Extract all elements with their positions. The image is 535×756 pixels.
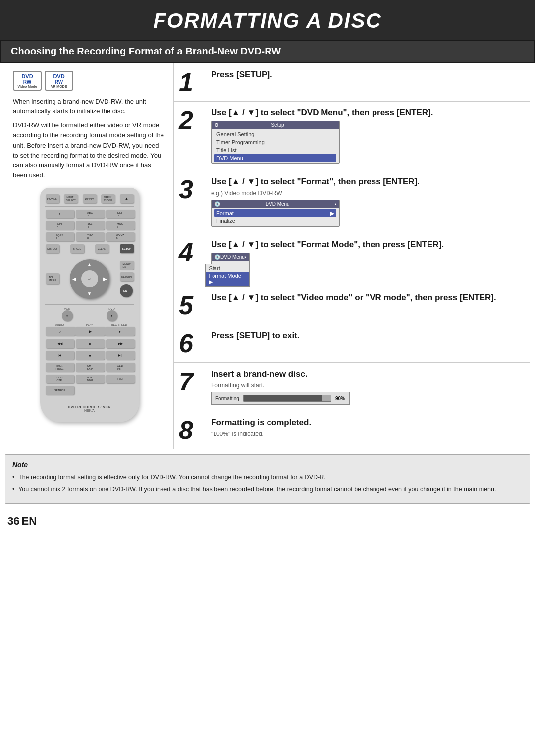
step-8-subtitle: "100%" is indicated.	[211, 431, 522, 437]
step-3-screen-titlebar: 💿 DVD Menu ▪	[212, 200, 339, 208]
clear-button[interactable]: CLEAR	[95, 244, 109, 253]
step-6-content: Press [SETUP] to exit.	[211, 330, 522, 344]
eject-icon[interactable]: ▲	[120, 194, 134, 203]
stop-button[interactable]: ■	[76, 351, 105, 360]
num2-button[interactable]: ABC2	[76, 210, 105, 218]
skip-fwd-button[interactable]: ▶|	[106, 351, 135, 360]
vcr-button[interactable]: ●	[62, 310, 73, 321]
power-button[interactable]: POWER	[46, 194, 59, 203]
misc-grid-2: REC/OTR DUB-BING T-SET SEARCH	[45, 374, 134, 395]
step-8: 8 Formatting is completed. "100%" is ind…	[174, 411, 530, 449]
remote-numpad: 1 ABC2 DEF3 GHI4 JKL5 MNO6 PQRS7 TUV8 WX…	[45, 209, 134, 242]
menu-list-button[interactable]: MENU/LIST	[120, 261, 134, 270]
menu-title-list: Title List	[214, 146, 336, 154]
dubbing-button[interactable]: DUB-BING	[76, 375, 105, 383]
dpad-up-icon[interactable]: ▲	[87, 262, 92, 267]
step-3-screen-body: Format ▶ Finalize	[212, 208, 339, 226]
step-2-screen: ⚙ Setup General Setting Timer Programmin…	[211, 121, 340, 164]
remote-top-row: POWER INPUTSELECT DTV/TV OPEN/CLOSE ▲	[45, 194, 134, 204]
step-6-number: 6	[179, 330, 206, 356]
input-select-button[interactable]: INPUTSELECT	[64, 194, 78, 203]
rec-otr-button[interactable]: REC/OTR	[46, 375, 74, 383]
rewind-button[interactable]: ◀◀	[46, 339, 74, 348]
step-2-screen-title: Setup	[271, 122, 284, 128]
step-2-screen-titlebar: ⚙ Setup	[212, 121, 339, 129]
step-3-title: Use [▲ / ▼] to select "Format", then pre…	[211, 176, 522, 187]
step-3: 3 Use [▲ / ▼] to select "Format", then p…	[174, 170, 530, 233]
num3-button[interactable]: DEF3	[106, 210, 135, 218]
step-7-progress-screen: Formatting 90%	[211, 392, 350, 405]
dpad-left-icon[interactable]: ◀	[72, 276, 76, 282]
step-2-content: Use [▲ / ▼] to select "DVD Menu", then p…	[211, 108, 522, 164]
menu-dvd-menu: DVD Menu	[214, 154, 336, 162]
progress-bar-inner	[244, 395, 322, 401]
step-5: 5 Use [▲ / ▼] to select "Video mode" or …	[174, 286, 530, 324]
fastfwd-button[interactable]: ▶▶	[106, 339, 135, 348]
step-8-number: 8	[179, 417, 206, 443]
enter-button[interactable]: ENT	[120, 284, 133, 297]
x1-button[interactable]: X1.1/0.8	[106, 363, 135, 372]
space-button[interactable]: SPACE	[70, 244, 84, 253]
section-title: Choosing the Recording Format of a Brand…	[11, 46, 524, 57]
note-item-1: The recording format setting is effectiv…	[12, 473, 523, 482]
step-1-number: 1	[179, 69, 206, 95]
display-button[interactable]: DISPLAY	[46, 244, 59, 253]
step-1: 1 Press [SETUP].	[174, 63, 530, 102]
progress-percent: 90%	[335, 396, 345, 401]
skip-back-button[interactable]: |◀	[46, 351, 74, 360]
step-5-title: Use [▲ / ▼] to select "Video mode" or "V…	[211, 292, 522, 303]
num9-button[interactable]: WXYZ9	[106, 232, 135, 241]
remote-control: POWER INPUTSELECT DTV/TV OPEN/CLOSE ▲ 1 …	[40, 188, 139, 422]
note-item-2: You cannot mix 2 formats on one DVD-RW. …	[12, 485, 523, 494]
vcr-dvd-row: VCR ● DVD ●	[45, 307, 134, 321]
step-2-number: 2	[179, 108, 206, 133]
dpad-down-icon[interactable]: ▼	[87, 291, 92, 296]
setup-button[interactable]: SETUP	[120, 244, 134, 253]
page-title: FORMATTING A DISC	[10, 9, 525, 33]
dpad-right-icon[interactable]: ▶	[103, 276, 107, 282]
step-7-title: Insert a brand-new disc.	[211, 369, 522, 379]
note-section: Note The recording format setting is eff…	[5, 454, 530, 504]
format-mode-arrow: ▶	[209, 279, 213, 285]
page-footer: 36 EN	[0, 509, 535, 534]
remote-brand-label: DVD RECORDER / VCR	[45, 405, 134, 409]
play-button[interactable]: ▶	[75, 327, 105, 336]
step-1-title: Press [SETUP].	[211, 69, 522, 80]
dvd-button[interactable]: ●	[107, 310, 117, 321]
open-close-button[interactable]: OPEN/CLOSE	[101, 194, 115, 203]
top-menu-button[interactable]: TOPMENU	[46, 273, 59, 284]
cm-skip-button[interactable]: CMSKIP	[76, 363, 105, 372]
step-4-screen-titlebar: 💿 DVD Menu ▪	[212, 253, 249, 261]
progress-bar-outer	[243, 395, 331, 402]
t-set-button[interactable]: T-SET	[106, 375, 135, 383]
step-1-content: Press [SETUP].	[211, 69, 522, 83]
step-3-subtitle: e.g.) Video mode DVD-RW	[211, 190, 522, 197]
intro-para-1: When inserting a brand-new DVD-RW, the u…	[13, 97, 166, 116]
pause-button[interactable]: ⏸	[76, 339, 105, 348]
audio-button[interactable]: ♪	[46, 327, 75, 336]
num7-button[interactable]: PQRS7	[46, 232, 74, 241]
num6-button[interactable]: MNO6	[106, 221, 135, 230]
return-button[interactable]: RETURN	[120, 272, 134, 281]
step-2-title: Use [▲ / ▼] to select "DVD Menu", then p…	[211, 108, 522, 118]
step-3-content: Use [▲ / ▼] to select "Format", then pre…	[211, 176, 522, 227]
menu-timer-programming: Timer Programming	[214, 138, 336, 146]
remote-illustration: POWER INPUTSELECT DTV/TV OPEN/CLOSE ▲ 1 …	[13, 188, 166, 422]
timer-prog-button[interactable]: TIMERPROG.	[46, 363, 74, 372]
step-4-submenu: Start Format Mode ▶	[205, 264, 250, 287]
page-en: EN	[21, 515, 37, 528]
step-7: 7 Insert a brand-new disc. Formatting wi…	[174, 363, 530, 411]
rec-speed-button[interactable]: ●	[105, 327, 135, 336]
search-button[interactable]: SEARCH	[46, 386, 74, 395]
num8-button[interactable]: TUV8	[76, 232, 105, 241]
step-7-number: 7	[179, 369, 206, 394]
dvd-badge-vr: DVD RW VR MODE	[45, 71, 73, 91]
step-7-content: Insert a brand-new disc. Formatting will…	[211, 369, 522, 405]
dtv-tv-button[interactable]: DTV/TV	[83, 194, 97, 203]
num5-button[interactable]: JKL5	[76, 221, 105, 230]
num1-button[interactable]: 1	[46, 210, 74, 218]
enter-center-button[interactable]: ↵	[81, 270, 98, 287]
num4-button[interactable]: GHI4	[46, 221, 74, 230]
step-2-screen-body: General Setting Timer Programming Title …	[212, 129, 339, 163]
dvd-badges: DVD RW Video Mode DVD RW VR MODE	[13, 71, 166, 91]
